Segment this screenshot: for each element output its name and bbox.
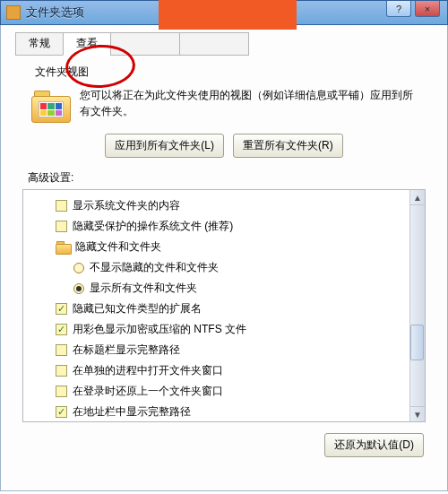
folder-icon[interactable] xyxy=(56,241,70,253)
tree-item-5[interactable]: 隐藏已知文件类型的扩展名 xyxy=(32,299,421,319)
tree-item-label: 显示系统文件夹的内容 xyxy=(73,198,180,213)
radio-icon[interactable] xyxy=(73,263,84,273)
scroll-thumb[interactable] xyxy=(410,325,424,360)
close-button[interactable]: × xyxy=(415,1,440,17)
tree-item-label: 用彩色显示加密或压缩的 NTFS 文件 xyxy=(73,322,246,337)
checkbox-icon[interactable] xyxy=(56,200,67,212)
scrollbar[interactable]: ▲ ▼ xyxy=(409,190,425,421)
tree-item-label: 在地址栏中显示完整路径 xyxy=(73,404,191,420)
redaction-block xyxy=(159,0,297,30)
info-text: 您可以将正在为此文件夹使用的视图（例如详细信息或平铺）应用到所有文件夹。 xyxy=(80,87,429,119)
tree-item-6[interactable]: 用彩色显示加密或压缩的 NTFS 文件 xyxy=(32,319,421,340)
checkbox-icon[interactable] xyxy=(56,344,67,356)
folder-views-icon xyxy=(31,91,71,125)
restore-row: 还原为默认值(D) xyxy=(12,433,424,457)
tab-view[interactable]: 查看 xyxy=(63,32,111,56)
tree-item-9[interactable]: 在登录时还原上一个文件夹窗口 xyxy=(32,381,421,402)
window-title: 文件夹选项 xyxy=(26,4,84,21)
tree-item-4[interactable]: 显示所有文件和文件夹 xyxy=(32,278,421,299)
tree-item-1[interactable]: 隐藏受保护的操作系统文件 (推荐) xyxy=(32,216,421,237)
section-label-view: 文件夹视图 xyxy=(35,65,436,80)
title-bar: 文件夹选项 ? × xyxy=(0,0,448,25)
reset-all-button[interactable]: 重置所有文件夹(R) xyxy=(233,134,343,158)
restore-defaults-button[interactable]: 还原为默认值(D) xyxy=(324,433,424,457)
checkbox-icon[interactable] xyxy=(56,386,67,397)
tree-item-10[interactable]: 在地址栏中显示完整路径 xyxy=(32,402,421,422)
scroll-up-icon[interactable]: ▲ xyxy=(410,190,425,205)
tree-item-label: 显示所有文件和文件夹 xyxy=(90,281,197,296)
tab-general[interactable]: 常规 xyxy=(15,32,64,56)
caption-buttons: ? × xyxy=(386,1,440,17)
view-buttons-row: 应用到所有文件夹(L) 重置所有文件夹(R) xyxy=(12,134,436,158)
advanced-settings-tree: 显示系统文件夹的内容隐藏受保护的操作系统文件 (推荐)隐藏文件和文件夹不显示隐藏… xyxy=(22,189,426,422)
help-button[interactable]: ? xyxy=(386,1,411,17)
checkbox-icon[interactable] xyxy=(56,303,67,315)
tree-content: 显示系统文件夹的内容隐藏受保护的操作系统文件 (推荐)隐藏文件和文件夹不显示隐藏… xyxy=(23,190,425,422)
tree-item-label: 隐藏受保护的操作系统文件 (推荐) xyxy=(73,219,233,234)
checkbox-icon[interactable] xyxy=(56,365,67,377)
tree-item-label: 隐藏已知文件类型的扩展名 xyxy=(73,301,202,316)
tree-item-label: 在标题栏显示完整路径 xyxy=(73,342,180,358)
tree-item-0[interactable]: 显示系统文件夹的内容 xyxy=(32,195,421,216)
checkbox-icon[interactable] xyxy=(56,221,67,232)
tree-item-label: 隐藏文件和文件夹 xyxy=(75,239,161,255)
tab-other[interactable]: 脱机文件 xyxy=(179,32,249,56)
tree-item-7[interactable]: 在标题栏显示完整路径 xyxy=(32,340,421,360)
tree-item-3[interactable]: 不显示隐藏的文件和文件夹 xyxy=(32,257,421,278)
window-body: 常规 查看 文件类型 脱机文件 文件夹视图 您可以将正在为此文件夹使用的视图（例… xyxy=(0,25,448,491)
checkbox-icon[interactable] xyxy=(56,324,67,335)
tree-item-2[interactable]: 隐藏文件和文件夹 xyxy=(32,237,421,257)
tab-strip: 常规 查看 文件类型 脱机文件 xyxy=(15,32,436,56)
scroll-down-icon[interactable]: ▼ xyxy=(410,406,425,421)
tab-filetypes[interactable]: 文件类型 xyxy=(110,32,180,56)
folder-view-info: 您可以将正在为此文件夹使用的视图（例如详细信息或平铺）应用到所有文件夹。 xyxy=(19,83,429,125)
tree-item-label: 不显示隐藏的文件和文件夹 xyxy=(90,260,219,275)
radio-icon[interactable] xyxy=(73,283,84,294)
advanced-settings-label: 高级设置: xyxy=(28,170,436,186)
tree-item-label: 在单独的进程中打开文件夹窗口 xyxy=(73,363,223,378)
tree-item-label: 在登录时还原上一个文件夹窗口 xyxy=(73,384,223,399)
apply-to-all-button[interactable]: 应用到所有文件夹(L) xyxy=(105,134,224,158)
window-icon xyxy=(6,5,21,20)
tree-item-8[interactable]: 在单独的进程中打开文件夹窗口 xyxy=(32,360,421,381)
checkbox-icon[interactable] xyxy=(56,406,67,418)
